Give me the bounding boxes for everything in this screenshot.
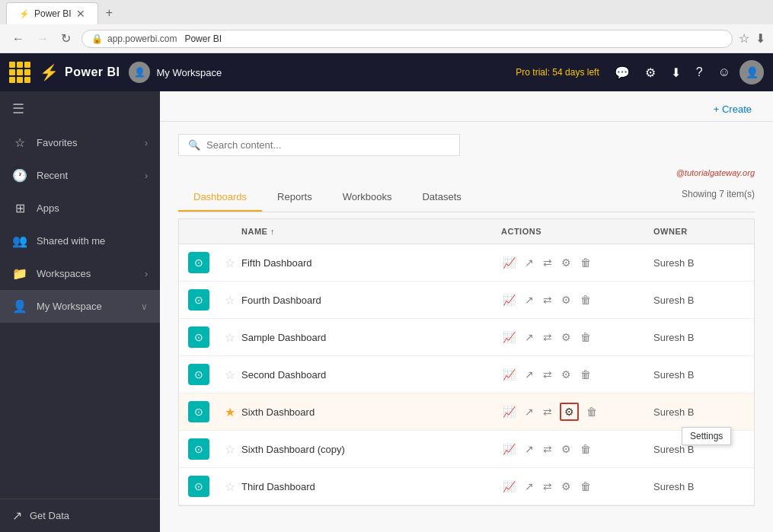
dashboard-icon: ⊙ <box>188 401 209 422</box>
view-icon[interactable]: 📈 <box>501 367 517 382</box>
dashboard-icon: ⊙ <box>188 252 209 273</box>
sidebar-item-label: Recent <box>37 170 136 181</box>
apps-icon: ⊞ <box>12 201 27 215</box>
star-button[interactable]: ☆ <box>219 368 241 382</box>
share-icon[interactable]: ↗ <box>523 255 535 270</box>
tab-datasets[interactable]: Datasets <box>407 183 476 212</box>
url-domain: app.powerbi.com <box>107 33 177 44</box>
connections-icon[interactable]: ⇄ <box>541 292 554 307</box>
tabs-row: Dashboards Reports Workbooks Datasets Sh… <box>178 183 755 212</box>
bookmark-button[interactable]: ☆ <box>739 31 749 46</box>
tab-reports[interactable]: Reports <box>262 183 327 212</box>
settings-row-icon[interactable]: ⚙ <box>560 330 573 345</box>
delete-icon[interactable]: 🗑 <box>585 404 599 419</box>
settings-row-icon[interactable]: ⚙ <box>560 403 579 421</box>
workspace-selector[interactable]: 👤 My Workspace <box>129 62 222 83</box>
create-button[interactable]: + Create <box>704 97 761 121</box>
download-button[interactable]: ⬇ <box>755 31 765 46</box>
star-button[interactable]: ☆ <box>219 256 241 270</box>
star-button[interactable]: ☆ <box>219 293 241 307</box>
settings-row-icon[interactable]: ⚙ <box>560 441 573 457</box>
dashboard-name: Fifth Dashboard <box>241 257 501 269</box>
sidebar-item-my-workspace[interactable]: 👤 My Workspace ∨ <box>0 290 160 323</box>
active-tab[interactable]: ⚡ Power BI ✕ <box>6 2 98 24</box>
url-bar[interactable]: 🔒 app.powerbi.com Power BI <box>81 30 733 48</box>
share-icon[interactable]: ↗ <box>523 404 535 419</box>
refresh-button[interactable]: ↻ <box>56 30 75 47</box>
settings-row-icon[interactable]: ⚙ <box>560 255 573 270</box>
delete-icon[interactable]: 🗑 <box>579 292 593 307</box>
workspaces-icon: 📁 <box>12 266 27 281</box>
col-header-owner: OWNER <box>653 227 745 236</box>
star-button[interactable]: ☆ <box>219 330 241 345</box>
star-button[interactable]: ☆ <box>219 479 241 494</box>
delete-icon[interactable]: 🗑 <box>579 255 593 270</box>
top-nav-left: ⚡ Power BI 👤 My Workspace Pro trial: 54 … <box>9 62 599 83</box>
help-button[interactable]: ? <box>690 61 709 84</box>
get-data-button[interactable]: ↗ Get Data <box>0 499 160 532</box>
chevron-down-icon: ∨ <box>141 301 148 312</box>
view-icon[interactable]: 📈 <box>501 330 517 345</box>
sidebar-item-favorites[interactable]: ☆ Favorites › <box>0 126 160 159</box>
owner-name: Suresh B <box>653 295 745 306</box>
settings-row-icon[interactable]: ⚙ <box>560 292 573 307</box>
view-icon[interactable]: 📈 <box>501 479 517 494</box>
share-icon[interactable]: ↗ <box>523 292 535 307</box>
connections-icon[interactable]: ⇄ <box>541 404 554 419</box>
connections-icon[interactable]: ⇄ <box>541 441 554 457</box>
tab-dashboards[interactable]: Dashboards <box>178 183 262 212</box>
sidebar-item-recent[interactable]: 🕐 Recent › <box>0 159 160 192</box>
tab-close-btn[interactable]: ✕ <box>76 8 85 20</box>
col-header-name: NAME ↑ <box>241 227 501 236</box>
row-actions: 📈 ↗ ⇄ ⚙ 🗑 <box>501 441 653 457</box>
share-icon[interactable]: ↗ <box>523 367 535 382</box>
sidebar-item-shared[interactable]: 👥 Shared with me <box>0 225 160 257</box>
waffle-menu-icon[interactable] <box>9 62 30 83</box>
connections-icon[interactable]: ⇄ <box>541 330 554 345</box>
delete-icon[interactable]: 🗑 <box>579 441 593 457</box>
connections-icon[interactable]: ⇄ <box>541 479 554 494</box>
dashboard-name: Second Dashboard <box>241 369 501 381</box>
forward-button[interactable]: → <box>32 30 53 47</box>
feedback-button[interactable]: ☺ <box>712 61 736 84</box>
tab-workbooks[interactable]: Workbooks <box>327 183 407 212</box>
back-button[interactable]: ← <box>8 30 29 47</box>
search-icon: 🔍 <box>188 139 200 151</box>
settings-button[interactable]: ⚙ <box>639 61 662 84</box>
col-header-actions: ACTIONS <box>501 227 653 236</box>
delete-icon[interactable]: 🗑 <box>579 330 593 345</box>
sidebar-item-workspaces[interactable]: 📁 Workspaces › <box>0 257 160 290</box>
download-nav-button[interactable]: ⬇ <box>665 61 687 84</box>
view-icon[interactable]: 📈 <box>501 292 517 307</box>
sidebar-item-label: My Workspace <box>37 301 132 312</box>
my-workspace-icon: 👤 <box>12 299 27 314</box>
search-input[interactable] <box>206 139 450 151</box>
settings-row-icon[interactable]: ⚙ <box>560 367 573 382</box>
sidebar-toggle-button[interactable]: ☰ <box>0 91 160 126</box>
view-icon[interactable]: 📈 <box>501 441 517 457</box>
main-content: + Create 🔍 @tutorialgateway.org Dashboar… <box>160 91 773 532</box>
sidebar-item-label: Shared with me <box>37 235 148 247</box>
user-profile-button[interactable]: 👤 <box>739 60 764 84</box>
star-button[interactable]: ★ <box>219 405 241 419</box>
browser-nav-bar: ← → ↻ 🔒 app.powerbi.com Power BI ☆ ⬇ <box>0 24 773 53</box>
dashboard-name: Sixth Dashboard <box>241 406 501 418</box>
view-icon[interactable]: 📈 <box>501 255 517 270</box>
view-icon[interactable]: 📈 <box>501 404 517 419</box>
shared-icon: 👥 <box>12 234 27 248</box>
star-button[interactable]: ☆ <box>219 442 241 457</box>
new-tab-btn[interactable]: + <box>98 2 120 24</box>
chat-button[interactable]: 💬 <box>608 61 636 84</box>
sidebar-item-apps[interactable]: ⊞ Apps <box>0 192 160 225</box>
table-row: ⊙ ★ Sixth Dashboard 📈 ↗ ⇄ ⚙ 🗑 Suresh B S… <box>179 393 754 431</box>
connections-icon[interactable]: ⇄ <box>541 255 554 270</box>
connections-icon[interactable]: ⇄ <box>541 367 554 382</box>
settings-row-icon[interactable]: ⚙ <box>560 479 573 494</box>
delete-icon[interactable]: 🗑 <box>579 479 593 494</box>
share-icon[interactable]: ↗ <box>523 441 535 457</box>
row-actions: 📈 ↗ ⇄ ⚙ 🗑 <box>501 292 653 307</box>
dashboard-icon: ⊙ <box>188 289 209 311</box>
delete-icon[interactable]: 🗑 <box>579 367 593 382</box>
share-icon[interactable]: ↗ <box>523 479 535 494</box>
share-icon[interactable]: ↗ <box>523 330 535 345</box>
